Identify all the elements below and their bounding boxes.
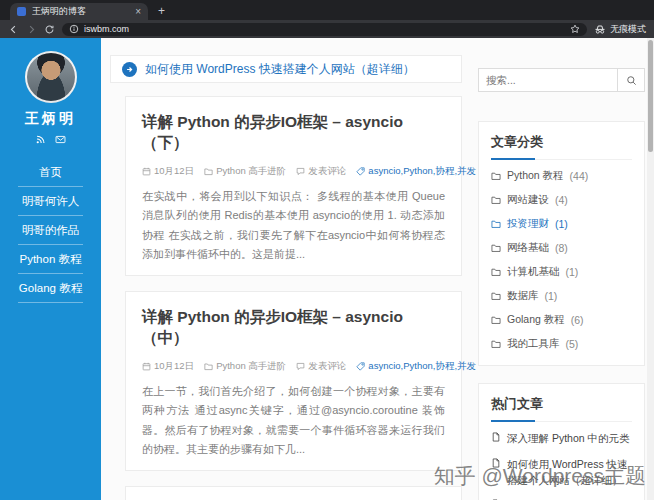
post-comments-link[interactable]: 发表评论	[296, 360, 346, 373]
incognito-icon	[594, 23, 606, 35]
mail-icon[interactable]	[55, 134, 66, 145]
tag-icon	[356, 362, 365, 371]
menu-item-about[interactable]: 明哥何许人	[0, 187, 101, 216]
category-item[interactable]: Golang 教程(6)	[491, 308, 632, 332]
post-date: 10月12日	[142, 165, 194, 178]
post-card: 详解 Python 的异步IO框架 – asyncio（中） 10月12日 Py…	[125, 291, 462, 471]
category-item[interactable]: 网站建设(4)	[491, 188, 632, 212]
folder-icon	[491, 195, 501, 205]
search-input[interactable]	[478, 68, 618, 92]
blog-menu: 首页 明哥何许人 明哥的作品 Python 教程 Golang 教程	[0, 158, 101, 303]
browser-toolbar: iswbm.com 无痕模式	[0, 20, 654, 38]
tab-close-icon[interactable]: ×	[135, 7, 141, 17]
category-item[interactable]: 计算机基础(1)	[491, 260, 632, 284]
category-item[interactable]: Python 教程(44)	[491, 164, 632, 188]
back-icon[interactable]	[8, 24, 19, 35]
search-box	[478, 68, 645, 92]
tab-strip: 王炳明的博客 × +	[0, 0, 654, 20]
announcement-icon	[122, 62, 137, 77]
site-info-icon[interactable]	[69, 24, 79, 34]
hot-post-link[interactable]: Python 装饰器用法介绍详解	[491, 493, 632, 500]
post-meta: 10月12日 Python 高手进阶 发表评论 asyncio,Python,协…	[142, 360, 445, 373]
url-text[interactable]: iswbm.com	[84, 24, 565, 34]
address-bar[interactable]: iswbm.com	[62, 23, 587, 36]
menu-item-works[interactable]: 明哥的作品	[0, 216, 101, 245]
folder-icon	[491, 219, 501, 229]
social-links	[0, 134, 101, 145]
search-button[interactable]	[618, 68, 645, 92]
tab-favicon	[17, 7, 26, 16]
new-tab-button[interactable]: +	[158, 3, 165, 20]
post-category-link[interactable]: Python 高手进阶	[204, 165, 286, 178]
announcement-bar[interactable]: 如何使用 WordPress 快速搭建个人网站（超详细）	[110, 55, 462, 83]
post-excerpt: 在上一节，我们首先介绍了，如何创建一个协程对象，主要有两种方法 通过async关…	[142, 382, 445, 459]
hot-post-link[interactable]: 深入理解 Python 中的元类	[491, 426, 632, 452]
post-title[interactable]: 详解 Python 的异步IO框架 – asyncio（下）	[142, 112, 445, 154]
menu-item-golang[interactable]: Golang 教程	[0, 274, 101, 303]
watermark: 知乎 @Wordpress主题	[434, 462, 646, 490]
tag-icon	[356, 167, 365, 176]
folder-icon	[491, 315, 501, 325]
bookmark-star-icon[interactable]	[570, 24, 580, 34]
blog-sidebar: 王炳明 首页 明哥何许人 明哥的作品 Python 教程 Golang 教程	[0, 38, 101, 500]
post-card: 详解 Python 的异步IO框架 – asyncio（下） 10月12日 Py…	[125, 96, 462, 276]
post-comments-link[interactable]: 发表评论	[296, 165, 346, 178]
browser-tab[interactable]: 王炳明的博客 ×	[10, 3, 148, 20]
category-item[interactable]: 数据库(1)	[491, 284, 632, 308]
announcement-link[interactable]: 如何使用 WordPress 快速搭建个人网站（超详细）	[145, 61, 415, 78]
category-item[interactable]: 我的工具库(5)	[491, 332, 632, 356]
categories-widget: 文章分类 Python 教程(44) 网站建设(4) 投资理财(1) 网络基础(…	[478, 121, 645, 366]
menu-item-home[interactable]: 首页	[0, 158, 101, 187]
folder-icon	[204, 362, 213, 371]
doc-icon	[491, 432, 501, 442]
post-title[interactable]: 详解 Python 的异步IO框架 – asyncio（中）	[142, 307, 445, 349]
refresh-icon[interactable]	[44, 24, 55, 35]
incognito-label: 无痕模式	[610, 23, 646, 36]
browser-chrome: 王炳明的博客 × + iswbm.com 无痕模式	[0, 0, 654, 38]
post-meta: 10月12日 Python 高手进阶 发表评论 asyncio,Python,协…	[142, 165, 445, 178]
blog-author-name: 王炳明	[0, 110, 101, 128]
incognito-badge: 无痕模式	[594, 23, 646, 36]
page: 王炳明 首页 明哥何许人 明哥的作品 Python 教程 Golang 教程 如…	[0, 38, 654, 500]
category-item[interactable]: 投资理财(1)	[491, 212, 632, 236]
post-card: 详解 Python 的异步IO框架 – asyncio（上） 10月12日 Py…	[125, 486, 462, 500]
post-tags-link[interactable]: asyncio,Python,协程,并发	[356, 165, 476, 178]
folder-icon	[204, 167, 213, 176]
post-tags-link[interactable]: asyncio,Python,协程,并发	[356, 360, 476, 373]
forward-icon[interactable]	[26, 24, 37, 35]
folder-icon	[491, 171, 501, 181]
calendar-icon	[142, 167, 151, 176]
avatar[interactable]	[25, 51, 77, 103]
category-item[interactable]: 网络基础(8)	[491, 236, 632, 260]
folder-icon	[491, 339, 501, 349]
scrollbar[interactable]	[647, 38, 654, 500]
scrollbar-thumb[interactable]	[648, 40, 653, 152]
comment-icon	[296, 362, 305, 371]
folder-icon	[491, 291, 501, 301]
rss-icon[interactable]	[35, 134, 46, 145]
post-date: 10月12日	[142, 360, 194, 373]
folder-icon	[491, 243, 501, 253]
widget-title: 文章分类	[491, 133, 632, 160]
menu-item-python[interactable]: Python 教程	[0, 245, 101, 274]
calendar-icon	[142, 362, 151, 371]
folder-icon	[491, 267, 501, 277]
post-category-link[interactable]: Python 高手进阶	[204, 360, 286, 373]
right-sidebar: 文章分类 Python 教程(44) 网站建设(4) 投资理财(1) 网络基础(…	[478, 68, 645, 500]
post-excerpt: 在实战中，将会用到以下知识点： 多线程的基本使用 Queue消息队列的使用 Re…	[142, 187, 445, 264]
comment-icon	[296, 167, 305, 176]
main-column: 如何使用 WordPress 快速搭建个人网站（超详细） 详解 Python 的…	[110, 55, 462, 500]
tab-title: 王炳明的博客	[32, 5, 129, 18]
widget-title: 热门文章	[491, 395, 632, 422]
search-icon	[626, 75, 637, 86]
